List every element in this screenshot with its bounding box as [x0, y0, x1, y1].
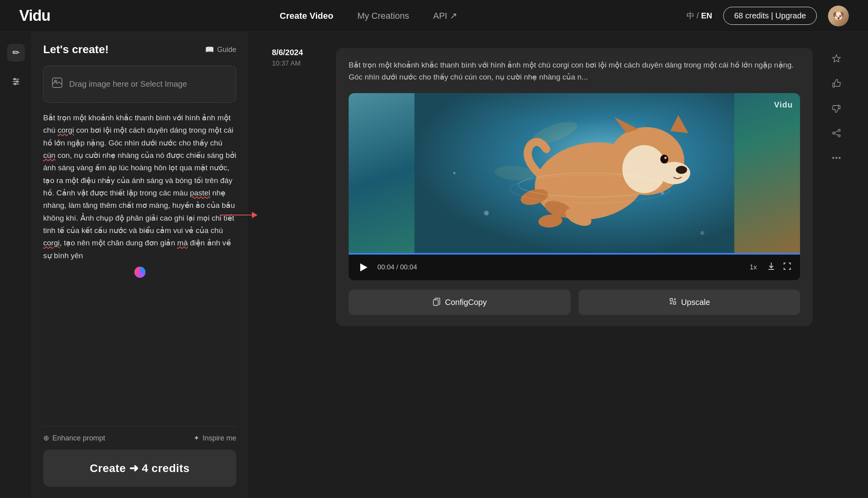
video-controls: 00:04 / 00:04 1x — [349, 255, 800, 280]
enhance-label: Enhance prompt — [52, 434, 105, 442]
guide-icon: 📖 — [205, 45, 214, 54]
config-copy-button[interactable]: ConfigCopy — [349, 290, 571, 315]
arrow-head — [252, 212, 257, 218]
svg-point-15 — [700, 231, 704, 235]
lang-en[interactable]: EN — [701, 11, 712, 20]
sidebar-icons: ✏ — [0, 32, 32, 498]
download-button[interactable] — [766, 261, 776, 273]
svg-point-3 — [14, 78, 16, 80]
create-label: Create ➜ 4 credits — [90, 462, 190, 474]
svg-point-40 — [836, 157, 838, 159]
svg-point-39 — [832, 157, 834, 159]
video-action-buttons: ConfigCopy Upscale — [349, 290, 800, 315]
svg-point-36 — [838, 135, 840, 137]
svg-marker-33 — [833, 55, 840, 62]
play-button[interactable] — [357, 260, 371, 275]
left-panel: Let's create! 📖 Guide Drag image here or… — [32, 32, 248, 498]
video-content: Bắt trọn một khoảnh khắc thanh bình với … — [336, 48, 813, 326]
video-player[interactable]: Vidu 00:04 / 00:04 — [349, 93, 800, 280]
inspire-me-button[interactable]: ✦ Inspire me — [194, 434, 236, 442]
inspire-label: Inspire me — [203, 434, 236, 442]
image-drop-area[interactable]: Drag image here or Select Image — [43, 66, 236, 103]
panel-title: Let's create! — [43, 43, 109, 56]
highlight-cun: cún — [43, 151, 56, 159]
svg-line-37 — [835, 131, 838, 133]
time-display: 00:04 / 00:04 — [377, 263, 740, 271]
video-description: Bắt trọn một khoảnh khắc thanh bình với … — [349, 59, 800, 84]
time-separator: / — [396, 263, 400, 271]
video-progress-bar[interactable] — [349, 253, 800, 255]
video-progress-fill — [349, 253, 800, 255]
arrow-indicator — [220, 212, 257, 218]
guide-button[interactable]: 📖 Guide — [205, 45, 236, 54]
highlight-corgi1: corgi — [58, 126, 74, 134]
video-thumbnail: Vidu — [349, 93, 800, 253]
star-button[interactable] — [829, 51, 844, 66]
nav-api[interactable]: API ↗ — [433, 11, 457, 21]
svg-point-23 — [676, 166, 687, 174]
sidebar-icon-sliders[interactable] — [7, 73, 25, 90]
avatar[interactable]: 🐶 — [828, 6, 849, 26]
upscale-label: Upscale — [681, 298, 710, 307]
bottom-actions: ⊕ Enhance prompt ✦ Inspire me — [43, 426, 236, 442]
arrow-line — [220, 215, 252, 215]
video-date: 8/6/2024 — [272, 48, 320, 57]
svg-line-38 — [835, 134, 838, 135]
svg-point-41 — [839, 157, 841, 159]
video-time: 10:37 AM — [272, 60, 320, 68]
svg-point-5 — [14, 83, 16, 85]
sidebar-icon-pencil[interactable]: ✏ — [7, 44, 25, 62]
nav-create-video[interactable]: Create Video — [280, 11, 333, 21]
guide-label: Guide — [217, 46, 236, 54]
inspire-icon: ✦ — [194, 434, 200, 442]
upscale-icon — [668, 297, 677, 308]
lang-zh[interactable]: 中 — [686, 11, 694, 20]
header-right: 中 / EN 68 credits | Upgrade 🐶 — [686, 6, 849, 26]
more-options-button[interactable] — [829, 150, 844, 165]
svg-point-25 — [664, 157, 667, 159]
panel-header: Let's create! 📖 Guide — [43, 43, 236, 56]
share-button[interactable] — [829, 125, 844, 141]
video-entry: 8/6/2024 10:37 AM Bắt trọn một khoảnh kh… — [272, 48, 844, 326]
video-visual — [349, 93, 800, 253]
current-time: 00:04 — [377, 263, 395, 271]
nav: Create Video My Creations API ↗ — [280, 11, 457, 21]
video-watermark: Vidu — [774, 100, 793, 110]
main-layout: ✏ Let's create! 📖 Guide — [0, 32, 868, 498]
nav-my-creations[interactable]: My Creations — [357, 11, 409, 21]
upscale-button[interactable]: Upscale — [579, 290, 800, 315]
svg-rect-32 — [433, 300, 438, 305]
svg-point-35 — [833, 132, 835, 134]
thumbs-up-button[interactable] — [829, 76, 844, 91]
svg-point-24 — [660, 155, 668, 163]
right-panel: 8/6/2024 10:37 AM Bắt trọn một khoảnh kh… — [248, 32, 868, 498]
fullscreen-button[interactable] — [782, 261, 792, 273]
svg-point-16 — [453, 172, 456, 174]
highlight-ma: mà — [177, 239, 188, 247]
svg-point-34 — [838, 129, 840, 131]
play-icon — [360, 263, 367, 271]
prompt-text-area[interactable]: Bắt trọn một khoảnh khắc thanh bình với … — [43, 112, 236, 262]
highlight-pastel: pastel — [190, 189, 210, 197]
config-copy-label: ConfigCopy — [445, 298, 487, 307]
lang-switcher[interactable]: 中 / EN — [686, 10, 712, 21]
svg-point-13 — [484, 211, 489, 215]
header: Vidu Create Video My Creations API ↗ 中 /… — [0, 0, 868, 32]
highlight-corgi2: corgi — [43, 239, 60, 247]
thumbs-down-button[interactable] — [829, 101, 844, 116]
enhance-icon: ⊕ — [43, 434, 49, 442]
svg-point-22 — [658, 162, 690, 184]
logo: Vidu — [19, 7, 50, 24]
credits-upgrade-button[interactable]: 68 credits | Upgrade — [723, 7, 817, 25]
image-drop-label: Drag image here or Select Image — [69, 80, 187, 89]
speed-button[interactable]: 1x — [746, 263, 760, 271]
video-meta: 8/6/2024 10:37 AM — [272, 48, 320, 326]
config-copy-icon — [432, 297, 441, 308]
side-actions — [829, 48, 844, 326]
loading-spinner — [134, 267, 146, 278]
enhance-prompt-button[interactable]: ⊕ Enhance prompt — [43, 434, 105, 442]
create-button[interactable]: Create ➜ 4 credits — [43, 450, 236, 487]
svg-point-4 — [16, 81, 18, 82]
spinner-container — [43, 267, 236, 278]
lang-separator: / — [696, 11, 701, 20]
